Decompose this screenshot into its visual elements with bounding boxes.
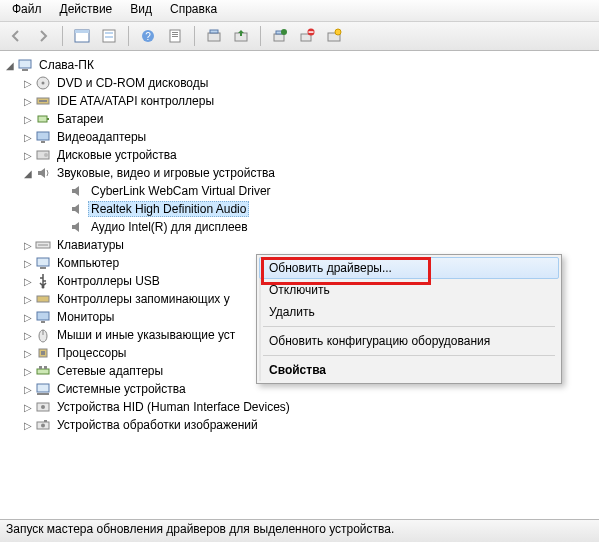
battery-icon <box>35 111 51 127</box>
expand-icon[interactable]: ▷ <box>22 258 34 269</box>
svg-rect-12 <box>210 30 218 33</box>
tree-item-sound[interactable]: ◢ Звуковые, видео и игровые устройства <box>2 164 599 182</box>
svg-rect-27 <box>39 100 47 102</box>
expand-icon[interactable]: ▷ <box>22 132 34 143</box>
tree-item[interactable]: ▷ IDE ATA/ATAPI контроллеры <box>2 92 599 110</box>
context-menu: Обновить драйверы... Отключить Удалить О… <box>256 254 562 384</box>
svg-rect-50 <box>37 393 49 395</box>
tree-item[interactable]: ▷ Устройства HID (Human Interface Device… <box>2 398 599 416</box>
svg-text:?: ? <box>145 31 151 42</box>
svg-rect-11 <box>208 33 220 41</box>
scan-button[interactable] <box>202 24 226 48</box>
sound-icon <box>35 165 51 181</box>
tree-subitem[interactable]: Аудио Intel(R) для дисплеев <box>2 218 599 236</box>
svg-rect-47 <box>39 366 42 369</box>
tree-item-label: Мониторы <box>54 309 117 325</box>
tree-item-label: Компьютер <box>54 255 122 271</box>
expand-icon[interactable]: ▷ <box>22 402 34 413</box>
collapse-icon[interactable]: ◢ <box>4 60 16 71</box>
speaker-icon <box>69 201 85 217</box>
menu-help[interactable]: Справка <box>162 1 225 21</box>
menu-bar: Файл Действие Вид Справка <box>0 0 599 22</box>
forward-button[interactable] <box>31 24 55 48</box>
toolbar-separator <box>194 26 195 46</box>
help-button[interactable]: ? <box>136 24 160 48</box>
expand-icon[interactable]: ▷ <box>22 294 34 305</box>
tree-item-label: DVD и CD-ROM дисководы <box>54 75 211 91</box>
tree-item[interactable]: ▷ Батареи <box>2 110 599 128</box>
tree-subitem-label: Аудио Intel(R) для дисплеев <box>88 219 251 235</box>
storage-controller-icon <box>35 291 51 307</box>
hid-icon <box>35 399 51 415</box>
enable-button[interactable] <box>322 24 346 48</box>
tree-root[interactable]: ◢ Слава-ПК <box>2 56 599 74</box>
status-bar: Запуск мастера обновления драйверов для … <box>0 519 599 542</box>
ctx-delete[interactable]: Удалить <box>259 301 559 323</box>
mouse-icon <box>35 327 51 343</box>
svg-rect-40 <box>37 312 49 320</box>
display-adapter-icon <box>35 129 51 145</box>
tree-item-label: Процессоры <box>54 345 130 361</box>
svg-point-52 <box>41 405 45 409</box>
expand-icon[interactable]: ▷ <box>22 150 34 161</box>
ctx-properties[interactable]: Свойства <box>259 359 559 381</box>
uninstall-button[interactable] <box>268 24 292 48</box>
tree-item-label: Устройства обработки изображений <box>54 417 261 433</box>
device-manager-window: Файл Действие Вид Справка ? ◢ Слава-ПК <box>0 0 599 542</box>
tree-item-label: Клавиатуры <box>54 237 127 253</box>
usb-icon <box>35 273 51 289</box>
console-tree-button[interactable] <box>70 24 94 48</box>
tree-item-label: Системные устройства <box>54 381 189 397</box>
expand-icon[interactable]: ▷ <box>22 348 34 359</box>
ctx-update-drivers[interactable]: Обновить драйверы... <box>259 257 559 279</box>
tree-subitem-label: Realtek High Definition Audio <box>88 201 249 217</box>
svg-rect-8 <box>172 32 178 33</box>
collapse-icon[interactable]: ◢ <box>22 168 34 179</box>
svg-rect-23 <box>22 69 28 71</box>
svg-rect-31 <box>41 141 45 143</box>
svg-rect-37 <box>40 267 46 269</box>
ctx-disable[interactable]: Отключить <box>259 279 559 301</box>
expand-icon[interactable]: ▷ <box>22 114 34 125</box>
svg-rect-39 <box>37 296 49 302</box>
disable-button[interactable] <box>295 24 319 48</box>
expand-icon[interactable]: ▷ <box>22 330 34 341</box>
ctx-refresh-hardware[interactable]: Обновить конфигурацию оборудования <box>259 330 559 352</box>
svg-rect-22 <box>19 60 31 68</box>
svg-rect-55 <box>44 420 47 422</box>
update-driver-button[interactable] <box>229 24 253 48</box>
tree-item[interactable]: ▷ Видеоадаптеры <box>2 128 599 146</box>
tree-subitem-selected[interactable]: Realtek High Definition Audio <box>2 200 599 218</box>
tree-item[interactable]: ▷ Устройства обработки изображений <box>2 416 599 434</box>
menu-file[interactable]: Файл <box>4 1 50 21</box>
expand-icon[interactable]: ▷ <box>22 276 34 287</box>
svg-rect-46 <box>37 369 49 374</box>
menu-action[interactable]: Действие <box>52 1 121 21</box>
computer-icon <box>17 57 33 73</box>
expand-icon[interactable]: ▷ <box>22 384 34 395</box>
svg-point-38 <box>42 286 45 289</box>
tree-item-label: Контроллеры запоминающих у <box>54 291 233 307</box>
expand-icon[interactable]: ▷ <box>22 420 34 431</box>
toolbar-separator <box>62 26 63 46</box>
system-device-icon <box>35 381 51 397</box>
tree-item[interactable]: ▷ Дисковые устройства <box>2 146 599 164</box>
tree-subitem[interactable]: CyberLink WebCam Virtual Driver <box>2 182 599 200</box>
tree-root-label: Слава-ПК <box>36 57 97 73</box>
options-button[interactable] <box>97 24 121 48</box>
tree-item[interactable]: ▷ Клавиатуры <box>2 236 599 254</box>
expand-icon[interactable]: ▷ <box>22 78 34 89</box>
expand-icon[interactable]: ▷ <box>22 240 34 251</box>
tree-item-label: Мыши и иные указывающие уст <box>54 327 238 343</box>
tree-pane[interactable]: ◢ Слава-ПК ▷ DVD и CD-ROM дисководы ▷ ID… <box>0 51 599 519</box>
expand-icon[interactable]: ▷ <box>22 96 34 107</box>
expand-icon[interactable]: ▷ <box>22 312 34 323</box>
back-button[interactable] <box>4 24 28 48</box>
speaker-icon <box>69 183 85 199</box>
tree-item[interactable]: ▷ DVD и CD-ROM дисководы <box>2 74 599 92</box>
tree-item-label: Звуковые, видео и игровые устройства <box>54 165 278 181</box>
expand-icon[interactable]: ▷ <box>22 366 34 377</box>
properties-button[interactable] <box>163 24 187 48</box>
toolbar-separator <box>128 26 129 46</box>
menu-view[interactable]: Вид <box>122 1 160 21</box>
